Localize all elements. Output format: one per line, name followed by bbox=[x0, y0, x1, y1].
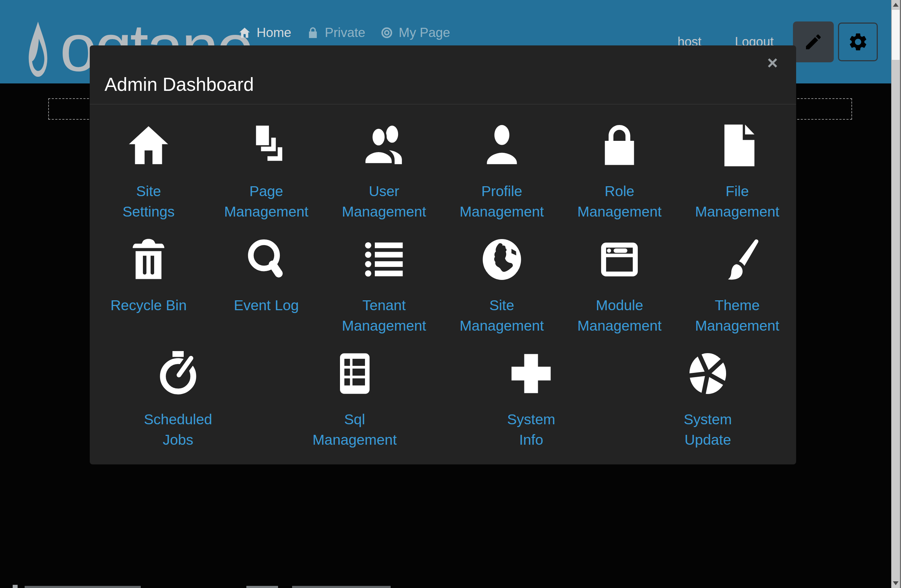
tile-site-management[interactable]: SiteManagement bbox=[443, 234, 561, 336]
tile-user-management[interactable]: UserManagement bbox=[325, 120, 443, 222]
tile-label: ThemeManagement bbox=[695, 295, 779, 336]
home-icon bbox=[123, 120, 173, 170]
scrollbar-thumb[interactable] bbox=[892, 10, 899, 60]
nav-item-private[interactable]: Private bbox=[306, 25, 365, 40]
edit-mode-button[interactable] bbox=[793, 22, 834, 62]
tile-event-log[interactable]: Event Log bbox=[208, 234, 326, 336]
stopwatch-icon bbox=[153, 349, 203, 399]
tile-label: SystemUpdate bbox=[684, 409, 732, 450]
search-icon bbox=[242, 234, 292, 284]
tile-recycle-bin[interactable]: Recycle Bin bbox=[90, 234, 208, 336]
nav-label-my-page: My Page bbox=[399, 25, 450, 40]
tile-row-1: SiteSettings PageManagement UserManageme… bbox=[90, 120, 796, 222]
window-icon bbox=[594, 234, 644, 284]
list-icon bbox=[359, 234, 409, 284]
brush-icon bbox=[712, 234, 762, 284]
tile-site-settings[interactable]: SiteSettings bbox=[90, 120, 208, 222]
tile-label: FileManagement bbox=[695, 181, 779, 222]
tile-theme-management[interactable]: ThemeManagement bbox=[678, 234, 797, 336]
tile-label: SiteManagement bbox=[460, 295, 544, 336]
admin-tile-grid: SiteSettings PageManagement UserManageme… bbox=[90, 104, 796, 450]
nav-label-private: Private bbox=[325, 25, 365, 40]
tile-scheduled-jobs[interactable]: ScheduledJobs bbox=[90, 349, 267, 450]
scroll-up-arrow-icon[interactable] bbox=[893, 3, 898, 7]
tile-label: SqlManagement bbox=[313, 409, 397, 450]
tile-label: Event Log bbox=[234, 295, 299, 315]
tile-row-2: Recycle Bin Event Log TenantManagement S… bbox=[90, 234, 796, 336]
tile-file-management[interactable]: FileManagement bbox=[678, 120, 797, 222]
page: oqtane Home Private My Page host Logout … bbox=[0, 0, 901, 588]
modal-title: Admin Dashboard bbox=[104, 73, 254, 95]
close-button[interactable]: × bbox=[765, 53, 780, 72]
tile-label: ScheduledJobs bbox=[144, 409, 212, 450]
droplet-logo-icon bbox=[21, 18, 55, 84]
plus-icon bbox=[506, 349, 556, 399]
vertical-scrollbar[interactable] bbox=[891, 0, 901, 588]
tile-system-update[interactable]: SystemUpdate bbox=[619, 349, 796, 450]
scroll-down-arrow-icon[interactable] bbox=[893, 581, 898, 585]
lock-icon bbox=[594, 120, 644, 170]
tile-profile-management[interactable]: ProfileManagement bbox=[443, 120, 561, 222]
table-icon bbox=[330, 349, 380, 399]
tile-sql-management[interactable]: SqlManagement bbox=[267, 349, 443, 450]
tile-label: TenantManagement bbox=[342, 295, 426, 336]
file-icon bbox=[712, 120, 762, 170]
person-icon bbox=[477, 120, 527, 170]
nav-item-home[interactable]: Home bbox=[238, 25, 292, 40]
settings-button[interactable] bbox=[838, 23, 878, 61]
modal-header: Admin Dashboard × bbox=[90, 45, 796, 104]
globe-icon bbox=[477, 234, 527, 284]
trash-icon bbox=[123, 234, 173, 284]
tile-module-management[interactable]: ModuleManagement bbox=[561, 234, 678, 336]
people-icon bbox=[359, 120, 409, 170]
admin-dashboard-modal: Admin Dashboard × SiteSettings PageManag… bbox=[90, 45, 796, 465]
tile-label: UserManagement bbox=[342, 181, 426, 222]
shutter-icon bbox=[683, 349, 733, 399]
tile-page-management[interactable]: PageManagement bbox=[208, 120, 326, 222]
target-icon bbox=[380, 26, 393, 39]
close-icon: × bbox=[767, 53, 778, 73]
tile-system-info[interactable]: SystemInfo bbox=[443, 349, 620, 450]
tile-label: PageManagement bbox=[224, 181, 308, 222]
home-icon bbox=[238, 26, 251, 39]
pages-icon bbox=[242, 120, 292, 170]
main-nav: Home Private My Page bbox=[238, 25, 450, 40]
pencil-icon bbox=[803, 32, 823, 52]
tile-label: SiteSettings bbox=[123, 181, 175, 222]
tile-label: ProfileManagement bbox=[460, 181, 544, 222]
nav-label-home: Home bbox=[257, 25, 292, 40]
tile-row-3: ScheduledJobs SqlManagement SystemInfo S… bbox=[90, 349, 796, 450]
tile-label: ModuleManagement bbox=[578, 295, 662, 336]
lock-icon bbox=[306, 26, 320, 39]
nav-item-my-page[interactable]: My Page bbox=[380, 25, 450, 40]
tile-label: RoleManagement bbox=[578, 181, 662, 222]
tile-label: Recycle Bin bbox=[111, 295, 187, 315]
tile-role-management[interactable]: RoleManagement bbox=[561, 120, 678, 222]
tile-label: SystemInfo bbox=[507, 409, 555, 450]
gear-icon bbox=[848, 31, 868, 53]
tile-tenant-management[interactable]: TenantManagement bbox=[325, 234, 443, 336]
